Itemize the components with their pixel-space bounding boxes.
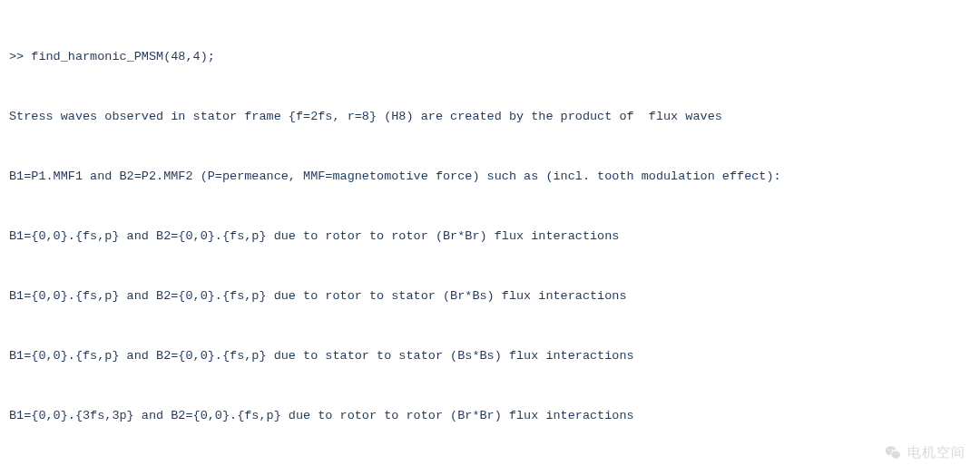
svg-point-0 — [888, 449, 890, 451]
svg-point-2 — [894, 453, 895, 454]
output-line: B1=P1.MMF1 and B2=P2.MMF2 (P=permeance, … — [9, 167, 971, 187]
watermark-text: 电机空间 — [907, 442, 965, 462]
command-output-terminal: >> find_harmonic_PMSM(48,4); Stress wave… — [0, 0, 980, 475]
command-text: find_harmonic_PMSM(48,4); — [31, 50, 215, 63]
output-line: B1={0,0}.{fs,p} and B2={0,0}.{fs,p} due … — [9, 346, 971, 366]
output-line: Stress waves observed in stator frame {f… — [9, 107, 971, 127]
output-line: B1={0,0}.{fs,p} and B2={0,0}.{fs,p} due … — [9, 227, 971, 247]
prompt: >> — [9, 50, 24, 63]
output-line: B1={0,0}.{3fs,3p} and B2={0,0}.{fs,p} du… — [9, 406, 971, 426]
svg-point-3 — [897, 453, 897, 454]
blank-line — [9, 466, 971, 475]
command-line[interactable]: >> find_harmonic_PMSM(48,4); — [9, 47, 971, 67]
wechat-icon — [884, 443, 902, 461]
watermark: 电机空间 — [884, 442, 965, 462]
output-line: B1={0,0}.{fs,p} and B2={0,0}.{fs,p} due … — [9, 286, 971, 306]
svg-point-1 — [892, 449, 894, 451]
